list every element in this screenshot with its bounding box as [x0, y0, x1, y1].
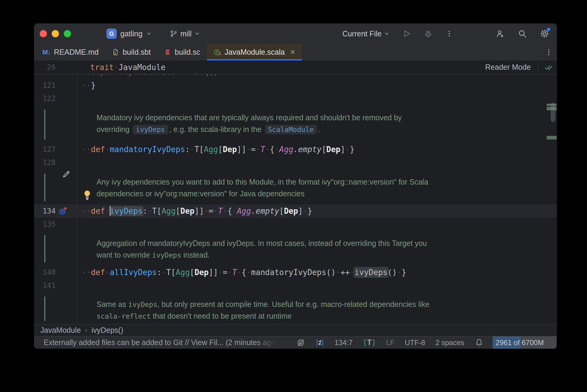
minimize-window-button[interactable] — [52, 30, 59, 37]
sticky-code-text: trait·JavaModule — [81, 61, 165, 74]
vcs-change-mark — [547, 136, 557, 139]
debug-button[interactable] — [424, 29, 433, 38]
breadcrumb-item-class[interactable]: JavaModule — [40, 326, 81, 335]
editor-pane[interactable]: ··super.repositories·++·Seq()121··}122Ma… — [34, 74, 557, 324]
edit-comment-pencil-icon — [62, 170, 71, 179]
memory-text: 2961 of 6700M — [496, 336, 544, 349]
tab-options-menu[interactable] — [545, 48, 553, 56]
vcs-change-mark — [547, 107, 557, 110]
breadcrumb-separator: › — [85, 326, 87, 334]
status-bar: Externally added files can be added to G… — [34, 336, 557, 349]
clipped-code-line: ··super.repositories·++·Seq() — [34, 74, 557, 79]
close-window-button[interactable] — [40, 30, 47, 37]
tab-label: build.sc — [175, 48, 200, 57]
gutter-icon-slot[interactable] — [59, 207, 67, 215]
branch-name: mill — [180, 29, 192, 38]
run-button[interactable] — [402, 29, 411, 38]
bell-icon — [475, 338, 484, 347]
vcs-branch-widget[interactable]: mill — [170, 29, 200, 38]
doc-comment-block: Any ivy dependencies you want to add to … — [34, 169, 557, 204]
doc-comment-block: Aggregation of mandatoryIvyDeps and ivyD… — [34, 231, 557, 266]
code-reference-chip[interactable]: ScalaModule — [265, 125, 317, 134]
project-name: gatling — [120, 29, 143, 38]
zoom-window-button[interactable] — [64, 30, 71, 37]
ide-window: G gatling mill Current File — [34, 23, 557, 349]
line-number: 121 — [34, 81, 56, 90]
close-tab-icon[interactable]: ✕ — [290, 49, 295, 56]
bug-icon — [424, 29, 433, 38]
code-line-135[interactable]: 135 — [34, 218, 557, 231]
line-number: 135 — [34, 220, 56, 228]
sbt-file-icon — [112, 48, 119, 56]
sticky-line-header[interactable]: 26 trait·JavaModule Reader Mode — [34, 60, 557, 74]
highlighting-level-button[interactable] — [296, 338, 305, 347]
project-widget[interactable]: G gatling — [106, 29, 152, 39]
caret-position[interactable]: 134:7 — [335, 338, 353, 347]
chevron-down-icon — [146, 31, 152, 36]
edit-comment-button[interactable] — [62, 170, 71, 179]
intention-bulb-icon — [83, 190, 91, 201]
doc-comment-bar — [44, 173, 45, 201]
intention-bulb-button[interactable] — [83, 190, 91, 201]
more-actions-menu[interactable] — [445, 30, 453, 38]
line-number: 127 — [34, 145, 56, 154]
code-line-127[interactable]: 127··def·mandatoryIvyDeps:·T[Agg[Dep]]·=… — [34, 143, 557, 156]
settings-notification-dot — [547, 28, 550, 31]
code-line-134[interactable]: 134··def·ivyDeps:·T[Agg[Dep]]·=·T·{·Agg.… — [34, 204, 557, 218]
chevron-down-icon — [195, 31, 200, 36]
memory-indicator[interactable]: 2961 of 6700M — [493, 336, 556, 349]
indent-indicator[interactable]: 2 spaces — [435, 338, 464, 347]
code-with-me-button[interactable] — [495, 29, 505, 38]
editor-tab-bar: M↓README.mdbuild.sbtbuild.scJavaModule.s… — [34, 44, 557, 60]
line-number: 140 — [34, 268, 56, 277]
tab-build.sbt[interactable]: build.sbt — [105, 44, 157, 60]
line-number: 128 — [34, 158, 56, 167]
search-everywhere-button[interactable] — [518, 29, 527, 38]
code-line-140[interactable]: 140··def·allIvyDeps:·T[Agg[Dep]]·=·T·{·m… — [34, 266, 557, 279]
doc-comment-bar — [44, 235, 45, 263]
tab-label: build.sbt — [123, 48, 151, 57]
breadcrumb-item-member[interactable]: ivyDeps() — [91, 326, 123, 335]
run-configuration-label: Current File — [342, 29, 382, 38]
settings-button[interactable] — [540, 29, 549, 38]
tab-build.sc[interactable]: build.sc — [157, 44, 207, 60]
add-user-icon — [495, 29, 505, 38]
markdown-icon: M↓ — [42, 48, 51, 56]
line-number: 141 — [34, 281, 56, 290]
chevron-down-icon — [384, 31, 389, 36]
sync-arrows-icon — [315, 338, 324, 347]
titlebar: G gatling mill Current File — [34, 23, 557, 44]
run-configuration-selector[interactable]: Current File — [342, 29, 389, 38]
git-branch-icon — [170, 30, 177, 38]
line-number: 122 — [34, 94, 56, 103]
code-line-121[interactable]: 121··} — [34, 79, 557, 92]
encoding-indicator[interactable]: UTF-8 — [405, 338, 425, 347]
inspections-ok-icon[interactable] — [544, 63, 553, 72]
code-line-122[interactable]: 122 — [34, 92, 557, 105]
tab-label: JavaModule.scala — [225, 48, 285, 57]
text-caret — [110, 206, 110, 216]
reader-mode-widget: Reader Mode — [485, 60, 557, 74]
target-type-badge[interactable]: [T] — [363, 338, 376, 347]
divider — [538, 62, 538, 72]
override-gutter-icon — [59, 207, 67, 215]
reader-mode-label: Reader Mode — [485, 63, 531, 72]
status-message[interactable]: Externally added files can be added to G… — [44, 338, 275, 347]
kebab-menu-icon — [445, 30, 453, 38]
tab-JavaModule.scala[interactable]: JavaModule.scala✕ — [207, 44, 302, 60]
line-separator-indicator[interactable]: LF — [386, 338, 395, 347]
code-reference-chip[interactable]: ivyDeps — [133, 125, 168, 134]
search-icon — [518, 29, 527, 38]
doc-comment-bar — [44, 109, 45, 140]
traffic-lights — [40, 30, 71, 37]
code-line-141[interactable]: 141 — [34, 279, 557, 292]
code-line-128[interactable]: 128 — [34, 156, 557, 169]
notifications-button[interactable] — [475, 338, 484, 347]
sync-scroll-button[interactable] — [315, 338, 324, 347]
kebab-menu-icon — [545, 48, 553, 56]
scala-file-icon — [164, 48, 171, 56]
sticky-line-number: 26 — [34, 63, 56, 72]
doc-comment-bar — [44, 296, 45, 321]
line-number: 134 — [34, 207, 56, 215]
tab-README.md[interactable]: M↓README.md — [36, 44, 105, 60]
